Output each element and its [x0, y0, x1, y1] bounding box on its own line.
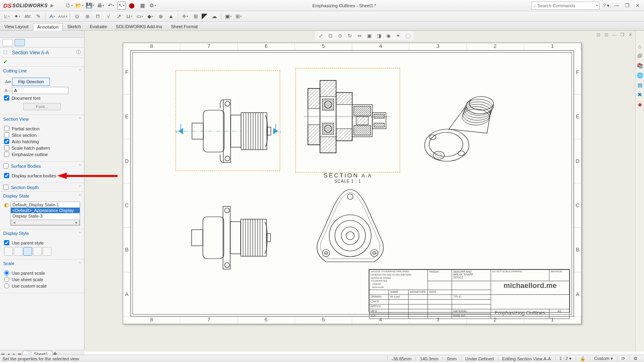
model-items-button[interactable]: ✦: [13, 12, 22, 21]
shaded-button[interactable]: [43, 247, 52, 256]
minimize-button[interactable]: —: [613, 2, 621, 9]
search-commands[interactable]: ⌕ ▾: [531, 2, 600, 10]
help-button[interactable]: ? ▾: [602, 2, 610, 9]
status-settings-icon[interactable]: ⚙: [629, 356, 642, 361]
display-state-header[interactable]: Display State˄: [0, 192, 84, 200]
close-button[interactable]: ✕: [634, 2, 642, 9]
save-button[interactable]: 💾: [86, 2, 95, 10]
surface-bodies-header[interactable]: Surface Bodies˄: [0, 162, 84, 170]
rebuild-button[interactable]: ⬤: [128, 2, 136, 10]
settings-button[interactable]: ⚙: [149, 2, 157, 10]
logo-dropdown-icon[interactable]: ▶: [50, 3, 54, 8]
section-view-button[interactable]: ▣: [365, 32, 373, 39]
slice-section-checkbox[interactable]: [4, 132, 9, 138]
list-item[interactable]: Default_Display State-1: [11, 202, 80, 208]
mdi-prev-button[interactable]: ⊡: [595, 32, 601, 38]
top-view[interactable]: [306, 185, 394, 274]
mdi-restore-button[interactable]: ❐: [619, 32, 625, 38]
hole-callout-button[interactable]: ⊔: [125, 12, 134, 21]
drawing-sheet[interactable]: 87654321 87654321 FEDCBA FEDCBA: [123, 43, 582, 324]
wireframe-button[interactable]: [4, 247, 13, 256]
parent-view[interactable]: A A: [175, 70, 280, 171]
drawing-canvas[interactable]: ⊡ ⊡ — ❐ ✕ ⤢ ⊡ ⊙ ↻ ⇔ ▣ ◨ ◉ ✦ ◯ ⌂ 🗊 📚 🌐 ▤ …: [85, 31, 644, 352]
emphasize-outline-checkbox[interactable]: [4, 152, 9, 157]
zoom-fit-button[interactable]: ⤢: [317, 32, 325, 39]
scale-header[interactable]: Scale˄: [0, 259, 84, 267]
status-rebuild-icon[interactable]: ⟳: [617, 356, 629, 361]
mdi-close-button[interactable]: ✕: [627, 32, 634, 38]
geometric-tolerance-button[interactable]: ▭: [135, 12, 144, 21]
new-button[interactable]: 🗋: [65, 2, 74, 10]
sheet-scale-radio[interactable]: [4, 277, 9, 282]
spell-check-button[interactable]: abc: [23, 12, 32, 21]
auto-hatching-checkbox[interactable]: [4, 139, 9, 144]
undo-button[interactable]: ↶: [107, 2, 116, 10]
use-parent-style-checkbox[interactable]: [4, 240, 9, 245]
pan-button[interactable]: ⇔: [355, 32, 363, 39]
display-state-list[interactable]: Default_Display State-1 <Default>_Appear…: [10, 202, 80, 226]
smart-dimension-button[interactable]: ⟀: [2, 12, 11, 21]
balloon-button[interactable]: ⊙: [72, 12, 81, 21]
appearances-icon[interactable]: ✖: [636, 91, 644, 98]
status-scale[interactable]: 1 : 2 ▾: [555, 356, 576, 361]
home-icon[interactable]: ⌂: [636, 43, 644, 50]
options-grid-button[interactable]: ▦: [138, 2, 147, 10]
open-button[interactable]: 📂: [75, 2, 84, 10]
rotate-button[interactable]: ↻: [346, 32, 354, 39]
front-view[interactable]: [182, 185, 279, 274]
mdi-next-button[interactable]: ⊡: [603, 32, 609, 38]
tab-annotation[interactable]: Annotation: [33, 23, 63, 31]
section-view-header[interactable]: Section View˄: [0, 115, 84, 123]
zoom-select-button[interactable]: ⊙: [336, 32, 344, 39]
tab-sheet-format[interactable]: Sheet Format: [167, 23, 202, 30]
zoom-area-button[interactable]: ⊡: [326, 32, 334, 39]
panel-handle[interactable]: [0, 31, 84, 38]
property-scroll[interactable]: Cutting Line˄ A⇄ Flip Direction A→ Docum…: [0, 67, 84, 352]
weld-symbol-button[interactable]: ↗: [114, 12, 123, 21]
feature-manager-tab[interactable]: [2, 39, 13, 46]
area-hatch-button[interactable]: [202, 14, 208, 19]
section-depth-checkbox[interactable]: [3, 185, 8, 190]
tab-addins[interactable]: SOLIDWORKS Add-Ins: [111, 23, 167, 30]
format-painter-button[interactable]: ✎: [34, 12, 43, 21]
display-style-button[interactable]: ◨: [375, 32, 383, 39]
shaded-edges-button[interactable]: [33, 247, 42, 256]
tables-button[interactable]: ⊞: [234, 12, 243, 21]
isometric-view[interactable]: [411, 81, 499, 173]
auto-balloon-button[interactable]: ⊛: [83, 12, 92, 21]
revision-symbol-button[interactable]: ▲: [167, 12, 175, 21]
status-unit-system[interactable]: Custom ▾: [590, 356, 617, 361]
view-settings-button[interactable]: ✦: [394, 32, 402, 39]
design-library-icon[interactable]: 📚: [636, 62, 644, 69]
centerline-button[interactable]: ⊞: [191, 12, 200, 21]
restore-button[interactable]: ❐: [623, 2, 631, 9]
custom-scale-radio[interactable]: [4, 283, 9, 288]
document-font-checkbox[interactable]: [4, 95, 9, 101]
tab-view-layout[interactable]: View Layout: [0, 23, 33, 30]
cutting-line-header[interactable]: Cutting Line˄: [0, 67, 84, 75]
status-lock-icon[interactable]: 🔒: [576, 356, 590, 361]
select-button[interactable]: ↖: [117, 2, 126, 10]
list-item[interactable]: Display State-3: [11, 213, 80, 219]
appearance-button[interactable]: ◯: [404, 32, 412, 39]
view-palette-icon[interactable]: ▤: [636, 81, 644, 88]
print-button[interactable]: 🖶: [96, 2, 105, 10]
blocks-button[interactable]: ▣: [224, 12, 233, 21]
partial-section-checkbox[interactable]: [4, 126, 9, 131]
list-scrollbar[interactable]: ◂▸: [11, 220, 80, 225]
hidden-removed-button[interactable]: [23, 247, 32, 256]
search-dropdown-icon[interactable]: ▾: [596, 4, 598, 7]
surface-finish-button[interactable]: √: [104, 12, 113, 21]
scale-hatch-checkbox[interactable]: [4, 145, 9, 150]
custom-props-icon[interactable]: ◆: [636, 101, 644, 108]
hide-show-button[interactable]: ◉: [384, 32, 392, 39]
display-surface-checkbox[interactable]: [4, 173, 9, 178]
magnetic-line-button[interactable]: ⊓: [93, 12, 102, 21]
mdi-minimize-button[interactable]: —: [611, 32, 617, 38]
center-mark-button[interactable]: ✛: [181, 12, 190, 21]
linear-pattern-button[interactable]: AAA: [58, 12, 67, 21]
tab-evaluate[interactable]: Evaluate: [85, 23, 111, 30]
section-depth-header[interactable]: Section Depth˅: [0, 183, 84, 191]
revision-cloud-button[interactable]: ☁: [210, 12, 219, 21]
tab-sketch[interactable]: Sketch: [63, 23, 85, 30]
